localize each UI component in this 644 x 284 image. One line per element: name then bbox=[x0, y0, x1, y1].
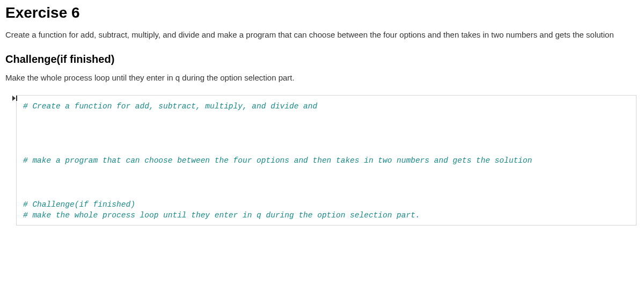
code-line bbox=[23, 188, 630, 199]
step-forward-icon bbox=[12, 95, 18, 101]
exercise-description: Create a function for add, subtract, mul… bbox=[5, 29, 639, 40]
code-line bbox=[23, 166, 630, 177]
code-comment: # Create a function for add, subtract, m… bbox=[23, 102, 317, 111]
exercise-heading: Exercise 6 bbox=[5, 4, 639, 21]
code-line: # Challenge(if finished) bbox=[23, 199, 630, 210]
challenge-description: Make the whole process loop until they e… bbox=[5, 72, 639, 83]
code-line bbox=[23, 123, 630, 134]
code-comment: # make a program that can choose between… bbox=[23, 156, 532, 165]
code-line bbox=[23, 144, 630, 155]
code-comment: # make the whole process loop until they… bbox=[23, 211, 420, 220]
code-comment: # Challenge(if finished) bbox=[23, 200, 135, 209]
code-line: # make the whole process loop until they… bbox=[23, 210, 630, 221]
code-line bbox=[23, 112, 630, 122]
code-line: # Create a function for add, subtract, m… bbox=[23, 101, 630, 112]
code-cell-container: # Create a function for add, subtract, m… bbox=[5, 95, 639, 225]
code-line bbox=[23, 134, 630, 144]
svg-rect-0 bbox=[16, 96, 17, 101]
code-cell[interactable]: # Create a function for add, subtract, m… bbox=[16, 95, 636, 225]
cell-collapse-icon[interactable] bbox=[12, 95, 18, 103]
code-line bbox=[23, 177, 630, 188]
challenge-heading: Challenge(if finished) bbox=[5, 53, 639, 65]
code-line: # make a program that can choose between… bbox=[23, 155, 630, 166]
